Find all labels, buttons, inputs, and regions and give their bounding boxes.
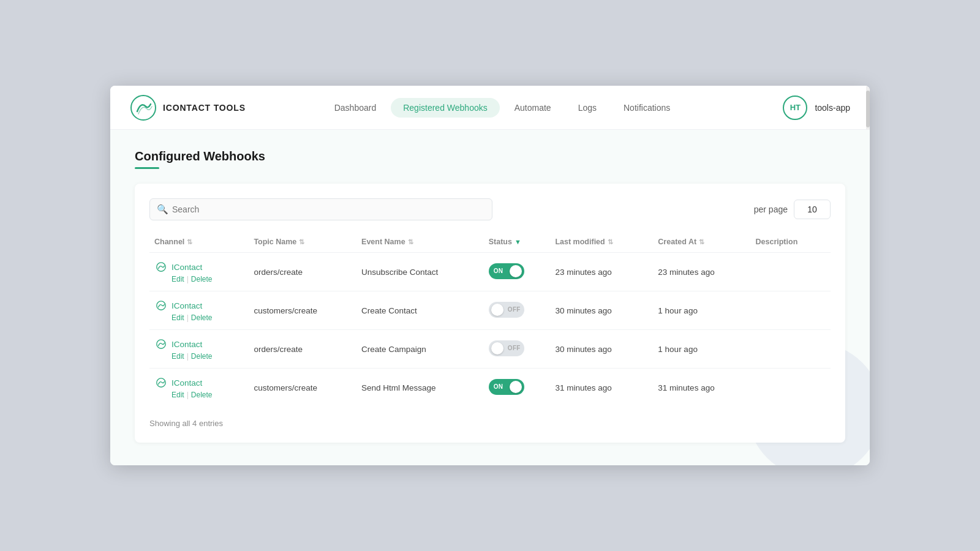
th-last-modified: Last modified ⇅ xyxy=(550,233,653,253)
delete-link-2[interactable]: Delete xyxy=(191,352,213,361)
cell-created-at-3: 31 minutes ago xyxy=(653,369,750,407)
table-header: Channel ⇅ Topic Name ⇅ E xyxy=(149,233,831,253)
cell-channel-0: IContact Edit | Delete xyxy=(149,253,249,291)
per-page-wrap: per page xyxy=(754,200,831,219)
cell-channel-3: IContact Edit | Delete xyxy=(149,369,249,407)
table-card: 🔍 per page Channel ⇅ xyxy=(135,184,845,443)
channel-name-3[interactable]: IContact xyxy=(172,378,202,388)
cell-event-0: Unsubscribe Contact xyxy=(356,253,484,291)
th-event-sort[interactable]: Event Name ⇅ xyxy=(361,238,413,246)
channel-icon-2 xyxy=(154,337,168,351)
nav-registered-webhooks[interactable]: Registered Webhooks xyxy=(391,98,499,118)
th-event-name: Event Name ⇅ xyxy=(356,233,484,253)
nav-dashboard[interactable]: Dashboard xyxy=(322,98,389,118)
channel-icon-1 xyxy=(154,299,168,312)
sort-icon-channel: ⇅ xyxy=(187,238,192,246)
channel-name-0[interactable]: IContact xyxy=(172,263,202,272)
cell-status-1: OFF xyxy=(484,291,551,330)
table-row: IContact Edit | Delete customers/createC… xyxy=(149,291,831,330)
cell-event-3: Send Html Message xyxy=(356,369,484,407)
th-status-sort[interactable]: Status ▼ xyxy=(489,238,521,246)
th-description: Description xyxy=(751,233,831,253)
table-controls: 🔍 per page xyxy=(149,198,831,220)
avatar[interactable]: HT xyxy=(783,96,807,120)
th-last-modified-sort[interactable]: Last modified ⇅ xyxy=(555,238,612,246)
toggle-knob-0 xyxy=(510,265,522,277)
toggle-label-2: OFF xyxy=(508,345,521,351)
cell-description-2 xyxy=(751,330,831,369)
delete-link-3[interactable]: Delete xyxy=(191,391,213,399)
delete-link-1[interactable]: Delete xyxy=(191,313,213,322)
sort-icon-topic: ⇅ xyxy=(299,238,304,246)
sort-icon-event: ⇅ xyxy=(408,238,413,246)
table-body: IContact Edit | Delete orders/createUnsu… xyxy=(149,253,831,407)
edit-link-0[interactable]: Edit xyxy=(172,275,184,283)
cell-event-2: Create Campaign xyxy=(356,330,484,369)
toggle-label-0: ON xyxy=(494,268,503,274)
cell-last-modified-2: 30 minutes ago xyxy=(550,330,653,369)
cell-last-modified-3: 31 minutes ago xyxy=(550,369,653,407)
nav-logs[interactable]: Logs xyxy=(566,98,609,118)
table-footer: Showing all 4 entries xyxy=(149,419,831,428)
edit-link-1[interactable]: Edit xyxy=(172,313,184,322)
logo-area: ICONTACT TOOLS xyxy=(130,94,252,121)
cell-status-2: OFF xyxy=(484,330,551,369)
nav-automate[interactable]: Automate xyxy=(502,98,564,118)
cell-last-modified-0: 23 minutes ago xyxy=(550,253,653,291)
user-area: HT tools-app xyxy=(752,96,850,120)
th-created-at-sort[interactable]: Created At ⇅ xyxy=(658,238,704,246)
cell-status-0: ON xyxy=(484,253,551,291)
main-content: Configured Webhooks 🔍 per page xyxy=(110,130,870,465)
cell-status-3: ON xyxy=(484,369,551,407)
cell-last-modified-1: 30 minutes ago xyxy=(550,291,653,330)
th-created-at: Created At ⇅ xyxy=(653,233,750,253)
delete-link-0[interactable]: Delete xyxy=(191,275,213,283)
toggle-knob-3 xyxy=(510,381,522,393)
toggle-knob-1 xyxy=(491,304,503,316)
table-row: IContact Edit | Delete orders/createCrea… xyxy=(149,330,831,369)
webhook-table: Channel ⇅ Topic Name ⇅ E xyxy=(149,233,831,407)
cell-created-at-1: 1 hour ago xyxy=(653,291,750,330)
toggle-3[interactable]: ON xyxy=(489,379,524,395)
th-topic-sort[interactable]: Topic Name ⇅ xyxy=(254,238,304,246)
edit-link-3[interactable]: Edit xyxy=(172,391,184,399)
cell-created-at-0: 23 minutes ago xyxy=(653,253,750,291)
cell-channel-2: IContact Edit | Delete xyxy=(149,330,249,369)
toggle-1[interactable]: OFF xyxy=(489,302,524,318)
search-wrap: 🔍 xyxy=(149,198,492,220)
cell-topic-3: customers/create xyxy=(249,369,356,407)
table-row: IContact Edit | Delete customers/createS… xyxy=(149,369,831,407)
sort-icon-last-modified: ⇅ xyxy=(608,238,613,246)
logo-icon xyxy=(130,94,157,121)
nav-notifications[interactable]: Notifications xyxy=(611,98,682,118)
th-channel-sort[interactable]: Channel ⇅ xyxy=(154,238,192,246)
toggle-0[interactable]: ON xyxy=(489,263,524,279)
cell-channel-1: IContact Edit | Delete xyxy=(149,291,249,330)
header: ICONTACT TOOLS Dashboard Registered Webh… xyxy=(110,86,870,130)
toggle-knob-2 xyxy=(491,342,503,354)
edit-link-2[interactable]: Edit xyxy=(172,352,184,361)
logo-text: ICONTACT TOOLS xyxy=(163,103,246,113)
page-title: Configured Webhooks xyxy=(135,149,845,163)
toggle-label-3: ON xyxy=(494,383,503,390)
title-underline xyxy=(135,167,159,169)
channel-name-2[interactable]: IContact xyxy=(172,340,202,349)
per-page-input[interactable] xyxy=(794,200,831,219)
main-nav: Dashboard Registered Webhooks Automate L… xyxy=(252,98,752,118)
channel-name-1[interactable]: IContact xyxy=(172,301,202,310)
search-input[interactable] xyxy=(149,198,492,220)
username: tools-app xyxy=(815,103,850,113)
per-page-label: per page xyxy=(754,204,788,214)
channel-icon-3 xyxy=(154,376,168,389)
cell-event-1: Create Contact xyxy=(356,291,484,330)
cell-topic-0: orders/create xyxy=(249,253,356,291)
cell-description-1 xyxy=(751,291,831,330)
cell-description-3 xyxy=(751,369,831,407)
cell-created-at-2: 1 hour ago xyxy=(653,330,750,369)
cell-description-0 xyxy=(751,253,831,291)
toggle-label-1: OFF xyxy=(508,306,521,313)
sort-icon-created-at: ⇅ xyxy=(699,238,704,246)
toggle-2[interactable]: OFF xyxy=(489,340,524,356)
search-icon: 🔍 xyxy=(157,204,168,215)
th-status: Status ▼ xyxy=(484,233,551,253)
